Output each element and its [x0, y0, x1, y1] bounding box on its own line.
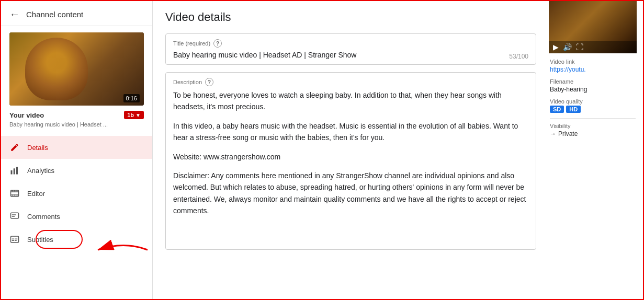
back-icon[interactable]: ← — [9, 8, 20, 20]
svg-rect-0 — [11, 170, 13, 175]
page-title: Video details — [165, 10, 536, 24]
red-arrow-annotation — [82, 238, 150, 263]
svg-rect-19 — [15, 240, 17, 241]
quality-label: Video quality — [550, 98, 636, 105]
video-controls-bar: ▶ 🔊 ⛶ — [549, 41, 637, 53]
video-link-label: Video link — [550, 59, 636, 65]
sidebar-item-details[interactable]: Details — [1, 136, 152, 159]
your-video-label: Your video — [9, 111, 44, 119]
sd-badge: SD — [550, 106, 564, 113]
title-char-count: 53/100 — [509, 53, 528, 60]
sidebar-item-label-analytics: Analytics — [27, 167, 54, 175]
svg-rect-11 — [17, 194, 18, 195]
sidebar-nav: Details Analytics — [1, 136, 152, 299]
chart-icon — [9, 165, 20, 176]
sidebar-item-label-editor: Editor — [27, 190, 45, 198]
sidebar-item-editor[interactable]: Editor — [1, 182, 152, 205]
right-info: Video link https://youtu. Filename Baby-… — [549, 59, 637, 137]
filename-value: Baby-hearing — [550, 86, 636, 93]
sidebar-header: ← Channel content — [1, 1, 152, 26]
title-field-box[interactable]: Title (required) ? Baby hearing music vi… — [165, 33, 536, 65]
sidebar-item-analytics[interactable]: Analytics — [1, 159, 152, 182]
visibility-text: Private — [558, 130, 578, 137]
svg-rect-16 — [12, 239, 15, 240]
filename-label: Filename — [550, 78, 636, 85]
svg-rect-13 — [12, 214, 16, 215]
film-icon — [9, 188, 20, 199]
filename-row: Filename Baby-hearing — [550, 78, 636, 93]
fullscreen-icon[interactable]: ⛶ — [576, 43, 583, 51]
video-subtitle: Baby hearing music video | Headset ... — [9, 121, 144, 128]
quality-badges: SD HD — [550, 106, 636, 113]
svg-rect-18 — [12, 240, 15, 241]
svg-rect-6 — [12, 190, 13, 191]
title-help-icon[interactable]: ? — [213, 39, 222, 48]
hd-badge: HD — [566, 106, 581, 113]
main-content: Video details Title (required) ? Baby he… — [153, 1, 549, 299]
visibility-label: Visibility — [550, 123, 636, 129]
svg-rect-2 — [16, 167, 18, 174]
comment-icon — [9, 211, 20, 222]
sidebar-item-label-comments: Comments — [27, 213, 60, 221]
pencil-icon — [9, 142, 20, 153]
badge-dropdown-icon[interactable]: ▼ — [135, 112, 141, 118]
sidebar-item-comments[interactable]: Comments — [1, 205, 152, 228]
badge-text: 1b — [127, 112, 134, 118]
visibility-value: → Private — [550, 130, 636, 137]
right-panel: ▶ 🔊 ⛶ Video link https://youtu. Filename… — [549, 1, 643, 299]
svg-rect-17 — [15, 239, 18, 240]
visibility-row: Visibility → Private — [550, 118, 636, 137]
sidebar-item-label-subtitles: Subtitles — [27, 236, 53, 244]
svg-rect-14 — [12, 216, 15, 217]
video-duration: 0:16 — [123, 94, 140, 102]
quality-row: Video quality SD HD — [550, 98, 636, 113]
channel-badge: 1b ▼ — [124, 111, 144, 119]
video-meta: Your video 1b ▼ Baby hearing music video… — [1, 106, 152, 131]
play-icon[interactable]: ▶ — [553, 43, 559, 51]
visibility-arrow-icon: → — [550, 130, 556, 137]
svg-rect-12 — [11, 213, 19, 218]
sidebar-item-label-details: Details — [27, 144, 48, 152]
desc-help-icon[interactable]: ? — [205, 78, 213, 86]
volume-icon[interactable]: 🔊 — [563, 43, 572, 51]
description-text: To be honest, everyone loves to watch a … — [173, 89, 528, 217]
svg-rect-1 — [14, 168, 15, 174]
title-value: Baby hearing music video | Headset AD | … — [173, 51, 528, 59]
description-field-box[interactable]: Description ? To be honest, everyone lov… — [165, 72, 536, 250]
svg-rect-7 — [14, 190, 15, 191]
svg-rect-10 — [14, 194, 15, 195]
sidebar-item-subtitles[interactable]: Subtitles — [1, 228, 152, 251]
right-video-thumbnail: ▶ 🔊 ⛶ — [549, 1, 637, 53]
svg-rect-8 — [17, 190, 18, 191]
svg-rect-9 — [12, 194, 13, 195]
video-link-row: Video link https://youtu. — [550, 59, 636, 73]
video-thumbnail: 0:16 — [9, 32, 144, 106]
title-label: Title (required) ? — [173, 39, 528, 48]
subtitles-icon — [9, 234, 20, 245]
svg-rect-4 — [11, 191, 19, 192]
description-label: Description ? — [173, 78, 528, 86]
sidebar-title: Channel content — [26, 10, 83, 19]
video-link-value[interactable]: https://youtu. — [550, 66, 636, 73]
sidebar: ← Channel content 0:16 Your video 1b ▼ B… — [1, 1, 153, 299]
